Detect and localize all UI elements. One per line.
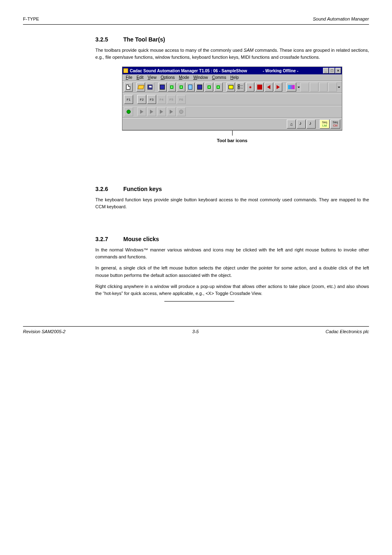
tool-xfade[interactable] (286, 83, 296, 92)
tool-c1[interactable] (300, 83, 309, 92)
save-button[interactable] (146, 83, 154, 92)
toolbar-screenshot: Cadac Sound Automation Manager T1.05 : 0… (95, 67, 369, 136)
tool-a3[interactable] (177, 83, 185, 92)
tool-b3[interactable] (265, 83, 273, 92)
fkey-f2[interactable]: F2 (137, 95, 146, 104)
burst-icon: ✷ (249, 85, 252, 90)
footer-page: 3-5 (192, 329, 199, 334)
open-button[interactable] (136, 83, 145, 92)
crossfade-icon (288, 85, 295, 89)
step-c-icon (160, 110, 163, 114)
header-rule (23, 24, 369, 25)
figure-caption: Tool bar icons (95, 138, 369, 143)
toolbar-row-4: ♫ SeqList SeqCtrl (122, 118, 342, 130)
tool-a7[interactable] (214, 83, 223, 92)
midi-icon: ♫ (290, 122, 293, 127)
menu-comms[interactable]: Comms (210, 75, 228, 80)
section-heading-326: 3.2.6 Function keys (95, 186, 369, 192)
maximize-button[interactable]: □ (329, 68, 335, 74)
midi-button-2[interactable] (297, 120, 306, 129)
fkey-f12[interactable] (177, 107, 186, 116)
menu-file[interactable]: File (124, 75, 134, 80)
crop-mark (232, 131, 233, 136)
paragraph-327-1: In the normal Windows™ manner various wi… (95, 246, 369, 260)
paragraph-326-1: The keyboard function keys provide singl… (95, 196, 369, 210)
faders-icon (188, 85, 192, 90)
app-icon (123, 68, 128, 73)
fkey-f11[interactable] (167, 107, 176, 116)
tool-c4[interactable] (328, 83, 337, 92)
menu-edit[interactable]: Edit (135, 75, 145, 80)
menu-bar: File Edit View Options Mode Window Comms… (122, 74, 342, 81)
midi-button-3[interactable] (307, 120, 316, 129)
tool-a5[interactable] (196, 83, 204, 92)
header-left: F-TYPE (23, 16, 39, 22)
stop-icon (257, 85, 262, 90)
paragraph-327-2: In general, a single click of the left m… (95, 265, 369, 279)
dropdown2-icon[interactable] (338, 87, 340, 88)
fkey-f3[interactable]: F3 (147, 95, 156, 104)
rewind-icon (267, 85, 270, 89)
footer-rule (23, 326, 369, 327)
fkey-f7[interactable] (124, 107, 133, 116)
link-icon: ⦿↔⦿↔ (237, 85, 243, 90)
paragraph-325-1: The toolbars provide quick mouse access … (95, 47, 369, 61)
seq-list-button[interactable]: SeqList (320, 120, 330, 129)
fkey-f6[interactable]: F6 (177, 95, 186, 104)
tool-b2[interactable] (255, 83, 264, 92)
window-title: Cadac Sound Automation Manager T1.05 : 0… (130, 69, 247, 73)
section-title: The Tool Bar(s) (123, 36, 165, 43)
tool-link[interactable]: ⦿↔⦿↔ (236, 83, 244, 92)
section-number: 3.2.5 (95, 36, 114, 43)
section-heading-325: 3.2.5 The Tool Bar(s) (95, 36, 369, 43)
dropdown-icon[interactable] (297, 87, 300, 88)
fkey-f4[interactable]: F4 (157, 95, 166, 104)
window-titlebar: Cadac Sound Automation Manager T1.05 : 0… (122, 67, 342, 74)
fkey-f8[interactable] (137, 107, 146, 116)
paragraph-327-3: Right clicking anywhere in a window will… (95, 283, 369, 297)
panel3-icon (197, 85, 202, 90)
fkey-f1[interactable]: F1 (124, 95, 133, 104)
fkey-f9[interactable] (147, 107, 156, 116)
tool-a1[interactable] (158, 83, 167, 92)
lock-icon (228, 85, 233, 89)
seq-ctrl-button[interactable]: SeqCtrl (330, 120, 340, 129)
section-heading-327: 3.2.7 Mouse clicks (95, 236, 369, 242)
tool-a2[interactable] (168, 83, 176, 92)
tool-b1[interactable]: ✷ (246, 83, 255, 92)
section-number: 3.2.6 (95, 186, 114, 192)
menu-options[interactable]: Options (159, 75, 176, 80)
section-title: Function keys (123, 186, 162, 192)
tool-a6[interactable] (205, 83, 213, 92)
panel5-icon (217, 85, 220, 89)
menu-view[interactable]: View (146, 75, 158, 80)
midi-button-1[interactable]: ♫ (287, 120, 296, 129)
panel4-icon (208, 85, 211, 89)
menu-mode[interactable]: Mode (177, 75, 191, 80)
tool-c2[interactable] (310, 83, 318, 92)
tool-b4[interactable] (274, 83, 283, 92)
section-title: Mouse clicks (123, 236, 159, 242)
panel2-icon (180, 85, 183, 89)
fkey-f5[interactable]: F5 (167, 95, 176, 104)
toolbar-row-3 (122, 106, 342, 118)
footer-company: Cadac Electronics plc (325, 329, 369, 334)
tool-lock[interactable] (226, 83, 235, 92)
menu-window[interactable]: Window (191, 75, 210, 80)
panel1-icon (170, 85, 173, 89)
step-d-icon (170, 110, 173, 114)
new-button[interactable] (124, 83, 133, 92)
tool-a4[interactable] (186, 83, 195, 92)
close-button[interactable]: × (335, 68, 341, 74)
note2-icon (309, 121, 314, 127)
footer-revision: Revision SAM2005-2 (23, 329, 65, 334)
play-icon (127, 110, 131, 114)
tool-c3[interactable] (319, 83, 328, 92)
minimize-button[interactable]: _ (323, 68, 329, 74)
save-icon (148, 85, 152, 90)
fkey-f10[interactable] (157, 107, 166, 116)
section-number: 3.2.7 (95, 236, 114, 242)
forward-icon (277, 85, 280, 89)
menu-help[interactable]: Help (228, 75, 240, 80)
section-end-rule (164, 301, 234, 302)
